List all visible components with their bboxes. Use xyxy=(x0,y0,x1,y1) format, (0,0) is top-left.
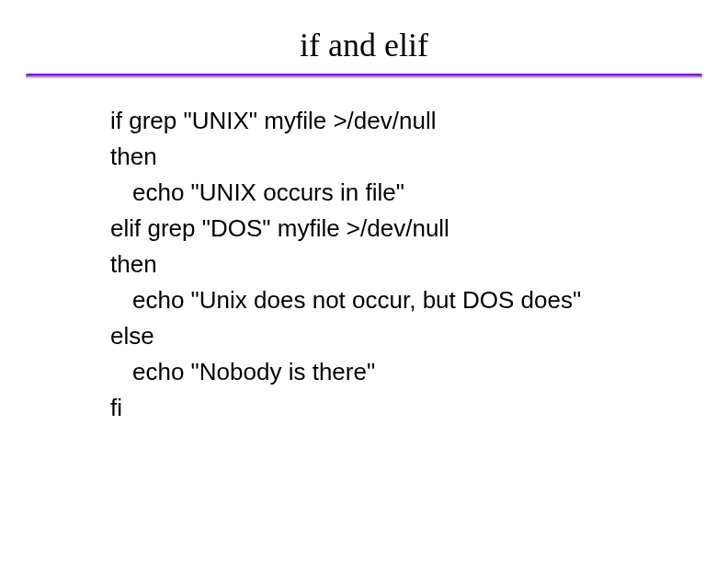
code-line: echo "UNIX occurs in file" xyxy=(110,175,673,211)
code-line: echo "Unix does not occur, but DOS does" xyxy=(110,282,673,318)
slide-title: if and elif xyxy=(0,26,728,64)
code-line: fi xyxy=(110,390,673,426)
code-block: if grep "UNIX" myfile >/dev/null then ec… xyxy=(110,103,673,426)
code-line: elif grep "DOS" myfile >/dev/null xyxy=(110,211,673,247)
code-line: echo "Nobody is there" xyxy=(110,354,673,390)
code-line: if grep "UNIX" myfile >/dev/null xyxy=(110,103,673,139)
code-line: then xyxy=(110,247,673,282)
code-line: then xyxy=(110,139,673,175)
code-line: else xyxy=(110,318,673,354)
title-area: if and elif xyxy=(0,0,728,64)
title-underline xyxy=(26,74,702,79)
